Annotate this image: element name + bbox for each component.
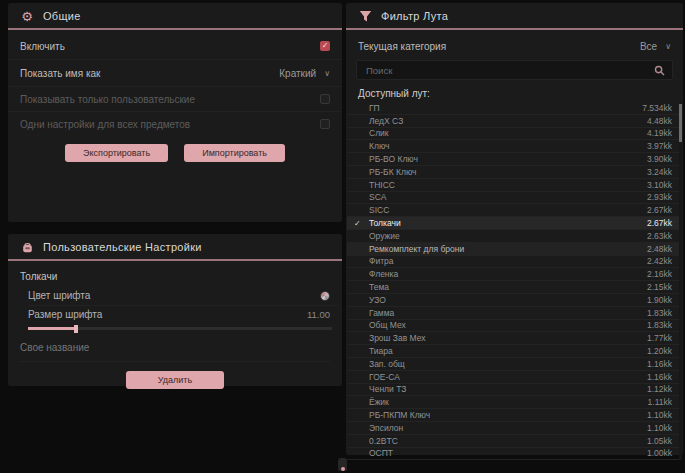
same-settings-label: Одни настройки для всех предметов [20, 119, 190, 130]
available-loot-label: Доступный лут: [358, 88, 671, 99]
slider-thumb[interactable] [74, 325, 78, 333]
loot-item-value: 1.10kk [647, 423, 672, 433]
loot-item-name: ГОЕ-СА [369, 372, 400, 382]
custom-name-input[interactable] [20, 340, 330, 355]
loot-filter-panel: Фильтр Лута Текущая категория Все ∨ Дост… [346, 3, 683, 455]
only-custom-row: Показывать только пользовательские [8, 87, 342, 112]
loot-item-value: 1.12kk [647, 384, 672, 394]
loot-list-item[interactable]: ✓ Ёжик 1.11kk [347, 396, 682, 409]
loot-list-item[interactable]: ✓ ЛедХ СЗ 4.48kk [347, 115, 682, 128]
loot-item-value: 2.67kk [647, 205, 672, 215]
loot-list-item[interactable]: ✓ Ремкомплект для брони 2.48kk [347, 243, 682, 256]
handle-pin-icon [341, 467, 345, 471]
loot-list-item[interactable]: ✓ Ченли ТЗ 1.12kk [347, 384, 682, 397]
delete-row: Удалить [8, 371, 342, 389]
delete-button[interactable]: Удалить [126, 371, 224, 389]
search-bar [356, 60, 673, 80]
list-scrollbar[interactable] [679, 102, 682, 460]
loot-item-value: 1.83kk [647, 320, 672, 330]
loot-item-value: 3.97kk [647, 141, 672, 151]
funnel-icon [358, 9, 372, 23]
loot-item-name: Ремкомплект для брони [369, 244, 464, 254]
loot-item-name: Гамма [369, 308, 394, 318]
category-label: Текущая категория [358, 41, 446, 52]
loot-list-item[interactable]: ✓ ГП 7.534kk [347, 102, 682, 115]
loot-item-value: 1.20kk [647, 346, 672, 356]
search-icon[interactable] [654, 65, 665, 76]
loot-list-item[interactable]: ✓ ГОЕ-СА 1.16kk [347, 371, 682, 384]
custom-panel-header: Пользовательские Настройки [8, 234, 342, 261]
loot-item-name: Оружие [369, 231, 400, 241]
same-settings-checkbox[interactable] [320, 119, 330, 129]
backpack-icon [20, 240, 34, 254]
loot-item-name: THICC [369, 180, 395, 190]
drag-handle-icon[interactable] [338, 458, 347, 471]
loot-list-item[interactable]: ✓ Тиара 1.20kk [347, 345, 682, 358]
font-size-label: Размер шрифта [28, 309, 102, 320]
same-settings-row: Одни настройки для всех предметов [8, 112, 342, 136]
loot-list-item[interactable]: ✓ SICC 2.67kk [347, 204, 682, 217]
export-import-row: Экспортировать Импортировать [8, 144, 342, 162]
loot-item-value: 1.16kk [647, 372, 672, 382]
loot-list-item[interactable]: ✓ Фленка 2.16kk [347, 268, 682, 281]
custom-settings-panel: Пользовательские Настройки Толкачи Цвет … [8, 234, 342, 386]
loot-list-item[interactable]: ✓ Оружие 2.63kk [347, 230, 682, 243]
loot-list-item[interactable]: ✓ Зап. общ 1.16kk [347, 358, 682, 371]
loot-list-item[interactable]: ✓ Тема 2.15kk [347, 281, 682, 294]
loot-item-name: Фленка [369, 269, 398, 279]
general-panel-header: ⚙ Общие [8, 3, 342, 30]
font-color-row: Цвет шрифта [28, 286, 338, 306]
enable-label: Включить [20, 41, 65, 52]
loot-item-value: 2.48kk [647, 244, 672, 254]
loot-list-item[interactable]: ✓ Общ Мех 1.83kk [347, 320, 682, 333]
search-input[interactable] [364, 64, 654, 77]
loot-item-name: ОСПТ [369, 448, 393, 458]
only-custom-checkbox[interactable] [320, 94, 330, 104]
category-dropdown[interactable]: Все ∨ [640, 41, 671, 52]
loot-item-value: 2.16kk [647, 269, 672, 279]
custom-panel-title: Пользовательские Настройки [43, 241, 202, 253]
loot-item-name: 0.2BTC [369, 436, 398, 446]
loot-item-value: 1.11kk [648, 397, 672, 407]
loot-list-item[interactable]: ✓ Слик 4.19kk [347, 128, 682, 141]
loot-list-item[interactable]: ✓ Гамма 1.83kk [347, 307, 682, 320]
font-size-slider[interactable] [28, 327, 332, 330]
category-row: Текущая категория Все ∨ [346, 34, 683, 58]
loot-item-name: Ченли ТЗ [369, 384, 406, 394]
loot-list-item[interactable]: ✓ SCA 2.93kk [347, 192, 682, 205]
loot-item-value: 1.77kk [647, 333, 672, 343]
loot-list-item[interactable]: ✓ РБ-ПКПМ Ключ 1.10kk [347, 409, 682, 422]
category-value: Все [640, 41, 657, 52]
loot-item-name: РБ-ВО Ключ [369, 154, 418, 164]
loot-list-item[interactable]: ✓ Эпсилон 1.10kk [347, 422, 682, 435]
loot-list-item[interactable]: ✓ РБ-ВО Ключ 3.90kk [347, 153, 682, 166]
only-custom-label: Показывать только пользовательские [20, 94, 195, 105]
loot-item-value: 2.93kk [647, 192, 672, 202]
loot-list-item[interactable]: ✓ УЗО 1.90kk [347, 294, 682, 307]
loot-list-item[interactable]: ✓ Ключ 3.97kk [347, 140, 682, 153]
loot-list-item[interactable]: ✓ РБ-БК Ключ 3.24kk [347, 166, 682, 179]
import-button[interactable]: Импортировать [184, 144, 285, 162]
loot-item-value: 7.534kk [642, 103, 672, 113]
check-icon: ✓ [354, 219, 361, 228]
loot-list: ✓ ГП 7.534kk ✓ ЛедХ СЗ 4.48kk ✓ Слик 4.1… [347, 102, 682, 460]
export-button[interactable]: Экспортировать [65, 144, 168, 162]
name-mode-dropdown[interactable]: Краткий ∨ [279, 68, 330, 79]
loot-list-item[interactable]: ✓ THICC 3.10kk [347, 179, 682, 192]
loot-item-value: 1.83kk [647, 308, 672, 318]
loot-item-value: 3.24kk [647, 167, 672, 177]
selected-item-name: Толкачи [20, 271, 330, 282]
loot-item-value: 2.67kk [647, 218, 672, 228]
loot-item-name: Общ Мех [369, 320, 406, 330]
loot-list-item[interactable]: ✓ Фитра 2.42kk [347, 256, 682, 269]
loot-list-item[interactable]: ✓ Зрош Зав Мех 1.77kk [347, 332, 682, 345]
scrollbar-thumb[interactable] [679, 104, 682, 142]
loot-item-name: Зрош Зав Мех [369, 333, 425, 343]
loot-list-item[interactable]: ✓ 0.2BTC 1.05kk [347, 435, 682, 448]
color-picker-icon[interactable] [320, 291, 330, 301]
loot-list-item[interactable]: ✓ ОСПТ 1.00kk [347, 448, 682, 461]
loot-list-item[interactable]: ✓ Толкачи 2.67kk [347, 217, 682, 230]
general-settings-panel: ⚙ Общие Включить ✓ Показать имя как Крат… [8, 3, 342, 222]
enable-checkbox[interactable]: ✓ [320, 41, 330, 51]
enable-row: Включить ✓ [8, 33, 342, 60]
